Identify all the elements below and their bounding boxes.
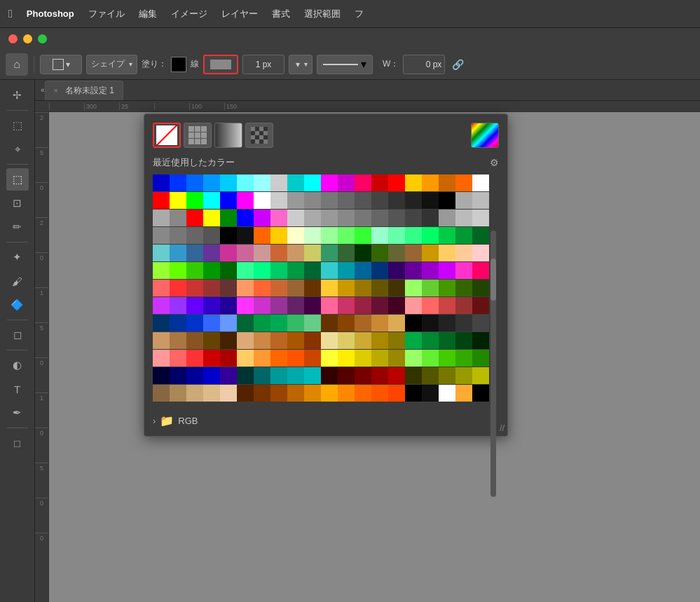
color-swatch[interactable]	[338, 210, 355, 226]
color-swatch[interactable]	[439, 227, 455, 244]
color-swatch[interactable]	[170, 385, 186, 402]
color-swatch[interactable]	[371, 367, 388, 384]
color-swatch[interactable]	[321, 175, 338, 191]
color-swatch[interactable]	[355, 192, 371, 209]
color-swatch[interactable]	[321, 297, 338, 314]
color-swatch[interactable]	[153, 350, 170, 367]
color-swatch[interactable]	[455, 350, 472, 367]
move-tool[interactable]: ✢	[6, 84, 29, 107]
menu-layer[interactable]: レイヤー	[216, 6, 263, 22]
spectrum-button[interactable]	[471, 123, 499, 148]
color-swatch[interactable]	[422, 332, 439, 349]
color-swatch[interactable]	[439, 245, 455, 261]
minimize-button[interactable]	[23, 34, 32, 43]
color-swatch[interactable]	[220, 280, 237, 296]
color-swatch[interactable]	[304, 315, 321, 331]
color-swatch[interactable]	[338, 367, 355, 384]
color-swatch[interactable]	[371, 297, 388, 314]
quick-selection-tool[interactable]: ⬚	[6, 168, 29, 191]
color-swatch[interactable]	[422, 227, 439, 244]
color-swatch[interactable]	[287, 297, 304, 314]
color-swatch[interactable]	[321, 210, 338, 226]
color-swatch[interactable]	[203, 385, 220, 402]
color-swatch[interactable]	[338, 192, 355, 209]
color-swatch[interactable]	[203, 175, 220, 191]
color-swatch[interactable]	[321, 280, 338, 296]
color-swatch[interactable]	[371, 227, 388, 244]
color-swatch[interactable]	[304, 367, 321, 384]
color-swatch[interactable]	[455, 315, 472, 331]
color-swatch[interactable]	[439, 262, 455, 279]
menu-edit[interactable]: 編集	[133, 6, 163, 22]
color-swatch[interactable]	[203, 350, 220, 367]
color-swatch[interactable]	[321, 332, 338, 349]
color-swatch[interactable]	[153, 227, 170, 244]
color-swatch[interactable]	[186, 332, 203, 349]
color-swatch[interactable]	[186, 262, 203, 279]
color-swatch[interactable]	[338, 332, 355, 349]
color-swatch[interactable]	[472, 192, 489, 209]
color-swatch[interactable]	[270, 175, 287, 191]
color-swatch[interactable]	[388, 175, 405, 191]
color-swatch[interactable]	[153, 385, 170, 402]
color-swatch[interactable]	[220, 192, 237, 209]
color-swatch[interactable]	[186, 297, 203, 314]
color-swatch[interactable]	[153, 332, 170, 349]
color-swatch[interactable]	[405, 332, 422, 349]
color-swatch[interactable]	[287, 332, 304, 349]
color-swatch[interactable]	[304, 297, 321, 314]
color-swatch[interactable]	[439, 192, 455, 209]
color-swatch[interactable]	[237, 315, 254, 331]
color-swatch[interactable]	[371, 262, 388, 279]
color-swatch[interactable]	[237, 297, 254, 314]
color-swatch[interactable]	[472, 315, 489, 331]
healing-tool[interactable]: ✦	[6, 246, 29, 268]
color-swatch[interactable]	[170, 280, 186, 296]
color-swatch[interactable]	[321, 227, 338, 244]
color-swatch[interactable]	[388, 245, 405, 261]
eraser-tool[interactable]: ◻	[6, 324, 29, 346]
color-swatch[interactable]	[304, 280, 321, 296]
color-swatch[interactable]	[220, 175, 237, 191]
color-swatch[interactable]	[254, 227, 270, 244]
color-swatch[interactable]	[254, 297, 270, 314]
color-swatch[interactable]	[371, 175, 388, 191]
color-swatch[interactable]	[186, 280, 203, 296]
color-swatch[interactable]	[237, 332, 254, 349]
color-swatch[interactable]	[388, 297, 405, 314]
color-swatch[interactable]	[304, 245, 321, 261]
color-swatch[interactable]	[287, 227, 304, 244]
color-swatch[interactable]	[237, 385, 254, 402]
color-swatch[interactable]	[153, 315, 170, 331]
color-swatch[interactable]	[304, 175, 321, 191]
color-swatch[interactable]	[439, 350, 455, 367]
color-swatch[interactable]	[186, 175, 203, 191]
color-swatch[interactable]	[355, 315, 371, 331]
color-swatch[interactable]	[254, 350, 270, 367]
color-swatch[interactable]	[237, 367, 254, 384]
color-swatch[interactable]	[237, 280, 254, 296]
color-swatch[interactable]	[422, 280, 439, 296]
stamp-tool[interactable]: 🔷	[6, 294, 29, 316]
color-swatch[interactable]	[153, 175, 170, 191]
panel-settings-button[interactable]: ⚙	[490, 157, 499, 168]
color-swatch[interactable]	[203, 245, 220, 261]
color-swatch[interactable]	[405, 175, 422, 191]
color-swatch[interactable]	[170, 297, 186, 314]
color-swatch[interactable]	[304, 210, 321, 226]
color-swatch[interactable]	[388, 280, 405, 296]
color-swatch[interactable]	[388, 350, 405, 367]
color-swatch[interactable]	[170, 350, 186, 367]
color-swatch[interactable]	[321, 367, 338, 384]
color-swatch[interactable]	[220, 315, 237, 331]
color-swatch[interactable]	[304, 262, 321, 279]
color-swatch[interactable]	[338, 385, 355, 402]
color-swatch[interactable]	[338, 315, 355, 331]
color-swatch[interactable]	[388, 385, 405, 402]
eyedropper-tool[interactable]: ✏	[6, 216, 29, 238]
color-swatch[interactable]	[304, 227, 321, 244]
color-swatch[interactable]	[153, 210, 170, 226]
color-swatch[interactable]	[405, 210, 422, 226]
color-swatch[interactable]	[355, 262, 371, 279]
color-swatch[interactable]	[170, 175, 186, 191]
